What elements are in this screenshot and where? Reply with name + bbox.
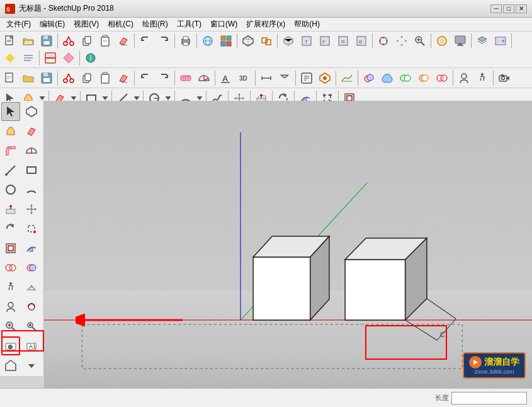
tb-google-earth[interactable]	[82, 50, 99, 66]
lt-down-arrow[interactable]	[22, 356, 41, 375]
tb-paste[interactable]	[96, 33, 114, 49]
tb-undo[interactable]	[137, 33, 154, 49]
tb-extension-warehouse[interactable]	[217, 33, 235, 49]
tb-paste2[interactable]	[96, 70, 114, 86]
tb-3dtext[interactable]: 3D	[235, 70, 253, 86]
tb-save2[interactable]	[38, 70, 55, 86]
lt-intersect[interactable]	[1, 258, 20, 277]
lt-extra[interactable]: A1	[22, 336, 41, 355]
lt-zoom-extents[interactable]	[22, 317, 41, 336]
menu-file[interactable]: 文件(F)	[3, 18, 35, 31]
tb-union[interactable]	[378, 70, 396, 86]
menu-window[interactable]: 窗口(W)	[207, 18, 241, 31]
maximize-button[interactable]: □	[503, 4, 514, 13]
minimize-button[interactable]: ─	[490, 4, 502, 13]
tb-3dwarehouse[interactable]	[199, 33, 217, 49]
tb-outer-shell[interactable]	[360, 70, 378, 86]
lt-move[interactable]	[22, 200, 41, 219]
lt-arc[interactable]	[22, 180, 41, 199]
tb-view-top[interactable]: T	[298, 33, 315, 49]
tb-copy2[interactable]	[78, 70, 96, 86]
tb-text[interactable]: A	[217, 70, 235, 86]
lt-paint[interactable]	[1, 122, 20, 140]
tb-protractor[interactable]	[195, 70, 213, 86]
tb-display-settings[interactable]	[451, 33, 469, 49]
tb-subtract[interactable]	[397, 70, 414, 86]
tb-delete[interactable]	[115, 70, 132, 86]
menu-edit[interactable]: 编辑(E)	[36, 18, 69, 31]
tb-component[interactable]	[239, 33, 257, 49]
menu-tools[interactable]: 工具(T)	[173, 18, 205, 31]
tb-open[interactable]	[20, 33, 37, 49]
lt-component[interactable]	[22, 102, 41, 121]
tb-component-attribs[interactable]	[298, 70, 315, 86]
menu-extensions[interactable]: 扩展程序(x)	[242, 18, 289, 31]
lt-dimensions-highlighted[interactable]: ⊕	[1, 336, 20, 355]
tb-tape-measure[interactable]	[177, 70, 195, 86]
tb-dimension-angular[interactable]	[276, 70, 293, 86]
tb-copy[interactable]	[78, 33, 96, 49]
tb-trim[interactable]	[415, 70, 433, 86]
tb-cut2[interactable]	[60, 70, 77, 86]
lt-fly[interactable]	[22, 278, 41, 297]
tb-undo2[interactable]	[137, 70, 154, 86]
tb-new[interactable]	[1, 33, 19, 49]
tb-erase[interactable]	[115, 33, 132, 49]
lt-section-cut[interactable]	[1, 356, 20, 375]
tb-fog[interactable]	[20, 50, 37, 66]
lt-walk[interactable]	[1, 278, 20, 297]
lt-pushpull[interactable]	[1, 200, 20, 219]
lt-rotate[interactable]	[1, 219, 20, 238]
tb-position-camera[interactable]	[455, 70, 473, 86]
lt-tape[interactable]	[1, 141, 20, 160]
lt-circle[interactable]	[1, 180, 20, 199]
lt-scale[interactable]	[22, 219, 41, 238]
measurement-box[interactable]	[451, 392, 527, 404]
scene[interactable]: C	[44, 101, 532, 388]
lt-rectangle[interactable]	[22, 161, 41, 180]
tb-view-back[interactable]: B	[353, 33, 370, 49]
tb-redo2[interactable]	[155, 70, 173, 86]
tb-walk[interactable]	[473, 70, 491, 86]
lt-protractor[interactable]	[22, 141, 41, 160]
tb-advanced-camera[interactable]	[495, 70, 513, 86]
tb-group[interactable]	[258, 33, 275, 49]
tb-camera-pan[interactable]	[393, 33, 410, 49]
tb-view-iso[interactable]	[280, 33, 297, 49]
tb-camera-orbit[interactable]	[375, 33, 392, 49]
menu-help[interactable]: 帮助(H)	[290, 18, 324, 31]
lt-zoom[interactable]	[1, 317, 20, 336]
svg-marker-181	[473, 360, 478, 365]
tb-layers[interactable]	[473, 33, 491, 49]
tb-view-front[interactable]: F	[316, 33, 334, 49]
lt-look-around[interactable]	[22, 297, 41, 316]
tb-styles[interactable]	[433, 33, 451, 49]
menu-draw[interactable]: 绘图(R)	[139, 18, 172, 31]
menu-view[interactable]: 视图(V)	[70, 18, 103, 31]
tb-camera-zoom[interactable]	[411, 33, 429, 49]
tb-scenes[interactable]	[492, 33, 509, 49]
tb-save[interactable]	[38, 33, 55, 49]
tb-section-display[interactable]	[60, 50, 77, 66]
lt-erase[interactable]	[22, 122, 41, 140]
lt-followme[interactable]	[22, 239, 41, 258]
tb-view-right[interactable]: R	[334, 33, 352, 49]
tb-new2[interactable]	[1, 70, 19, 86]
lt-outer-shell[interactable]	[22, 258, 41, 277]
tb-cut[interactable]	[60, 33, 77, 49]
menu-camera[interactable]: 相机(C)	[104, 18, 137, 31]
close-button[interactable]: ✕	[516, 4, 527, 13]
tb-shadows[interactable]	[1, 50, 19, 66]
tb-open2[interactable]	[20, 70, 37, 86]
tb-dynamic-components[interactable]	[316, 70, 334, 86]
tb-print[interactable]	[177, 33, 195, 49]
tb-sandbox-tools[interactable]	[338, 70, 356, 86]
lt-line[interactable]	[1, 161, 20, 180]
tb-intersect[interactable]	[433, 70, 451, 86]
tb-redo[interactable]	[155, 33, 173, 49]
lt-position-camera[interactable]	[1, 297, 20, 316]
lt-select[interactable]	[1, 102, 20, 121]
tb-dimensions[interactable]	[258, 70, 275, 86]
lt-offset[interactable]	[1, 239, 20, 258]
tb-section-plane[interactable]	[42, 50, 59, 66]
